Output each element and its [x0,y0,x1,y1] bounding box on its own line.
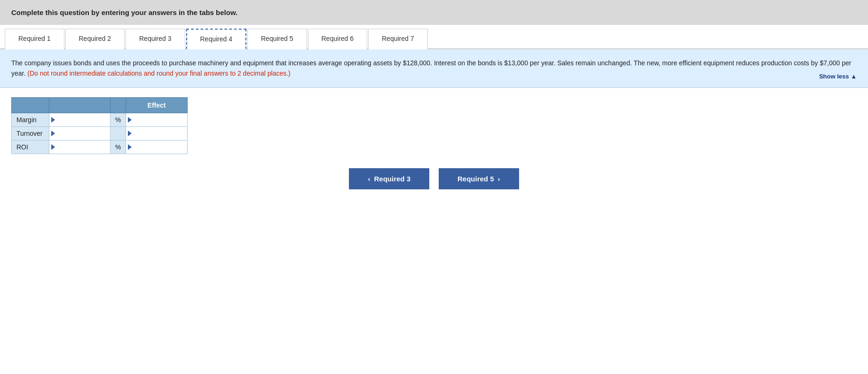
turnover-effect-cell[interactable] [126,126,188,140]
prev-button-label: Required 3 [374,175,410,183]
turnover-arrow-icon [51,131,55,136]
bottom-navigation: ‹ Required 3 Required 5 › [11,168,857,189]
prev-button[interactable]: ‹ Required 3 [349,168,429,189]
col-header-percent [110,97,126,113]
roi-value-input[interactable] [57,142,104,152]
turnover-effect-input[interactable] [134,129,185,138]
row-label-roi: ROI [12,140,49,154]
row-label-turnover: Turnover [12,126,49,140]
tab-required4[interactable]: Required 4 [186,29,247,49]
margin-value-input[interactable] [57,115,104,125]
tab-required5[interactable]: Required 5 [247,29,307,49]
next-chevron-icon: › [498,175,500,183]
roi-percent-symbol: % [110,140,126,154]
table-row: Turnover [12,126,188,140]
turnover-value-cell[interactable] [49,126,110,140]
roi-effect-arrow-icon [128,144,132,150]
description-red: (Do not round intermediate calculations … [27,70,291,77]
tab-required6[interactable]: Required 6 [308,29,368,49]
next-button-label: Required 5 [458,175,494,183]
next-button[interactable]: Required 5 › [439,168,519,189]
turnover-percent-symbol [110,126,126,140]
col-header-effect: Effect [126,97,188,113]
table-row: ROI % [12,140,188,154]
roi-value-cell[interactable] [49,140,110,154]
instruction-bar: Complete this question by entering your … [0,0,868,25]
margin-effect-cell[interactable] [126,113,188,126]
tab-required7[interactable]: Required 7 [368,29,428,49]
turnover-value-input[interactable] [57,129,104,138]
table-row: Margin % [12,113,188,126]
tab-required1[interactable]: Required 1 [5,29,64,49]
margin-percent-symbol: % [110,113,126,126]
col-header-empty [12,97,49,113]
col-header-value [49,97,110,113]
tab-required2[interactable]: Required 2 [65,29,125,49]
content-area: Effect Margin % [0,88,868,199]
roi-arrow-icon [51,144,55,150]
data-table: Effect Margin % [11,97,188,154]
turnover-effect-arrow-icon [128,131,132,136]
instruction-text: Complete this question by entering your … [11,8,237,16]
margin-arrow-icon [51,117,55,123]
roi-effect-input[interactable] [134,142,185,152]
row-label-margin: Margin [12,113,49,126]
description-box: The company issues bonds and uses the pr… [0,49,868,88]
margin-effect-arrow-icon [128,117,132,123]
tabs-container: Required 1 Required 2 Required 3 Require… [0,28,868,49]
show-less-button[interactable]: Show less [819,72,857,82]
prev-chevron-icon: ‹ [368,175,370,183]
tab-required3[interactable]: Required 3 [126,29,185,49]
margin-effect-input[interactable] [134,115,185,125]
margin-value-cell[interactable] [49,113,110,126]
roi-effect-cell[interactable] [126,140,188,154]
